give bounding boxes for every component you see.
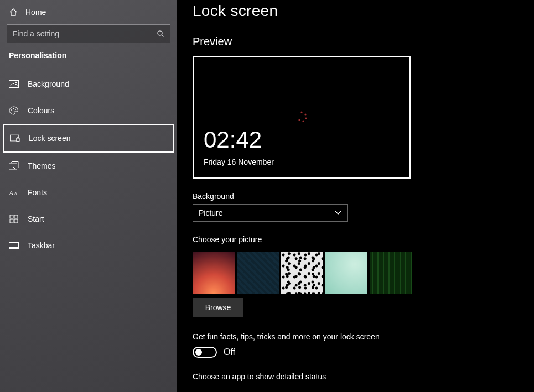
main-content: Lock screen Preview 02:42 Friday 16 Nove… xyxy=(177,0,534,392)
preview-date: Friday 16 November xyxy=(204,158,274,166)
svg-point-0 xyxy=(158,31,162,35)
category-title: Personalisation xyxy=(0,51,177,65)
svg-point-20 xyxy=(305,117,307,119)
svg-rect-15 xyxy=(14,219,18,223)
nav-background[interactable]: Background xyxy=(0,71,177,97)
settings-sidebar: Home Personalisation Background Colours … xyxy=(0,0,177,392)
picture-thumb-1[interactable] xyxy=(193,252,235,294)
fun-facts-toggle-row: Off xyxy=(193,341,534,358)
svg-point-21 xyxy=(302,120,304,122)
svg-point-6 xyxy=(15,109,16,110)
background-select[interactable]: Picture xyxy=(193,204,348,222)
picture-thumbnails xyxy=(193,247,534,294)
picture-thumb-5[interactable] xyxy=(370,252,412,294)
home-label: Home xyxy=(25,8,46,17)
nav-label: Colours xyxy=(28,106,54,115)
svg-point-3 xyxy=(15,82,17,83)
lock-screen-icon xyxy=(10,134,20,142)
svg-point-5 xyxy=(13,108,14,109)
toggle-state: Off xyxy=(224,347,235,357)
start-icon xyxy=(9,215,19,223)
svg-point-22 xyxy=(298,119,300,121)
nav-themes[interactable]: Themes xyxy=(0,153,177,179)
svg-rect-8 xyxy=(17,138,19,141)
themes-icon xyxy=(9,161,19,170)
nav-label: Taskbar xyxy=(28,241,55,250)
detailed-status-label: Choose an app to show detailed status xyxy=(193,358,534,381)
fonts-icon: AA xyxy=(9,189,19,196)
svg-line-1 xyxy=(162,35,163,36)
home-icon xyxy=(9,8,18,17)
loading-spinner-icon xyxy=(294,110,309,124)
background-label: Background xyxy=(193,179,534,204)
preview-heading: Preview xyxy=(193,20,534,56)
home-nav[interactable]: Home xyxy=(0,4,177,22)
nav-label: Background xyxy=(28,80,69,88)
picture-thumb-3[interactable] xyxy=(281,252,323,294)
nav-label: Themes xyxy=(28,161,56,170)
svg-text:A: A xyxy=(9,189,14,196)
background-value: Picture xyxy=(199,208,223,217)
nav-start[interactable]: Start xyxy=(0,206,177,232)
nav-label: Fonts xyxy=(28,188,47,197)
lock-screen-preview: 02:42 Friday 16 November xyxy=(193,56,411,179)
search-icon xyxy=(157,30,164,38)
choose-picture-label: Choose your picture xyxy=(193,222,534,247)
nav-label: Start xyxy=(28,215,44,223)
svg-point-18 xyxy=(300,111,302,113)
nav-list: Background Colours Lock screen Themes AA xyxy=(0,65,177,259)
taskbar-icon xyxy=(9,242,19,249)
svg-rect-12 xyxy=(10,215,13,218)
nav-label: Lock screen xyxy=(29,134,70,143)
svg-point-4 xyxy=(11,109,12,111)
nav-taskbar[interactable]: Taskbar xyxy=(0,232,177,259)
chevron-down-icon xyxy=(335,211,341,215)
browse-button[interactable]: Browse xyxy=(193,298,243,317)
palette-icon xyxy=(9,106,19,115)
svg-rect-14 xyxy=(10,219,13,223)
nav-fonts[interactable]: AA Fonts xyxy=(0,179,177,206)
fun-facts-toggle[interactable] xyxy=(193,347,217,358)
search-input[interactable] xyxy=(13,29,157,38)
nav-lock-screen[interactable]: Lock screen xyxy=(3,124,174,153)
picture-thumb-2[interactable] xyxy=(237,252,279,294)
toggle-knob xyxy=(195,349,202,356)
svg-text:A: A xyxy=(14,191,18,196)
fun-facts-label: Get fun facts, tips, tricks and more on … xyxy=(193,317,534,341)
search-box[interactable] xyxy=(7,24,170,43)
nav-colours[interactable]: Colours xyxy=(0,97,177,124)
page-title: Lock screen xyxy=(193,0,534,20)
picture-icon xyxy=(9,80,19,88)
preview-time: 02:42 xyxy=(204,127,262,153)
svg-point-19 xyxy=(304,113,306,115)
picture-thumb-4[interactable] xyxy=(325,252,367,294)
svg-rect-17 xyxy=(9,247,19,249)
svg-rect-13 xyxy=(14,215,18,218)
